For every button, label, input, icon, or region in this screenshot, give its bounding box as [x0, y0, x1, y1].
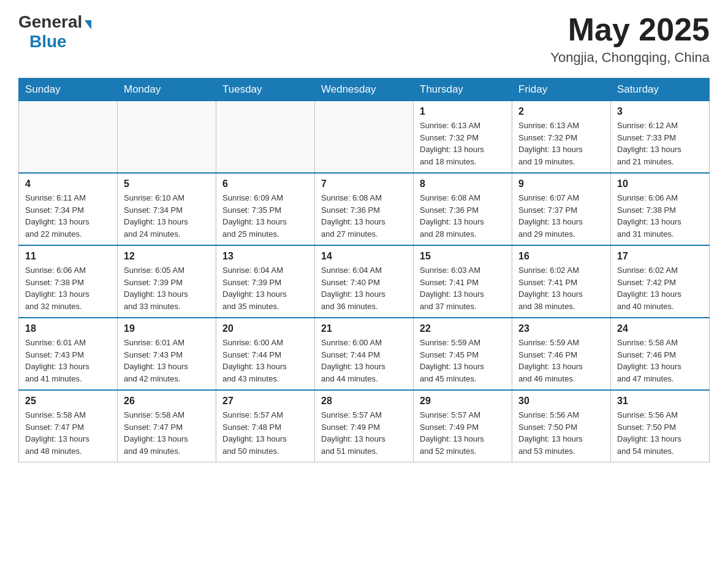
day-number: 5 [124, 178, 210, 190]
calendar-cell: 17Sunrise: 6:02 AMSunset: 7:42 PMDayligh… [611, 245, 710, 318]
day-number: 8 [420, 178, 506, 190]
calendar-cell: 11Sunrise: 6:06 AMSunset: 7:38 PMDayligh… [19, 245, 118, 318]
day-info: Sunrise: 5:58 AMSunset: 7:47 PMDaylight:… [25, 409, 111, 457]
day-info: Sunrise: 6:03 AMSunset: 7:41 PMDaylight:… [420, 264, 506, 312]
day-info: Sunrise: 6:11 AMSunset: 7:34 PMDaylight:… [25, 192, 111, 240]
day-number: 10 [617, 178, 703, 190]
day-number: 2 [518, 106, 604, 117]
month-title: May 2025 [550, 12, 710, 47]
day-info: Sunrise: 5:59 AMSunset: 7:46 PMDaylight:… [518, 337, 604, 385]
day-number: 6 [222, 178, 308, 190]
day-number: 12 [124, 251, 210, 262]
calendar-header-monday: Monday [118, 79, 216, 101]
calendar-header-sunday: Sunday [19, 79, 118, 101]
day-number: 20 [222, 323, 308, 334]
day-info: Sunrise: 6:01 AMSunset: 7:43 PMDaylight:… [25, 337, 111, 385]
day-number: 4 [25, 178, 111, 190]
day-info: Sunrise: 6:05 AMSunset: 7:39 PMDaylight:… [124, 264, 210, 312]
day-number: 18 [25, 323, 111, 334]
calendar-cell: 7Sunrise: 6:08 AMSunset: 7:36 PMDaylight… [315, 173, 414, 245]
day-info: Sunrise: 6:00 AMSunset: 7:44 PMDaylight:… [222, 337, 308, 385]
day-info: Sunrise: 6:01 AMSunset: 7:43 PMDaylight:… [124, 337, 210, 385]
day-info: Sunrise: 6:08 AMSunset: 7:36 PMDaylight:… [420, 192, 506, 240]
day-info: Sunrise: 5:56 AMSunset: 7:50 PMDaylight:… [617, 409, 703, 457]
calendar-cell: 18Sunrise: 6:01 AMSunset: 7:43 PMDayligh… [19, 318, 118, 390]
day-number: 1 [420, 106, 506, 117]
calendar-week-4: 18Sunrise: 6:01 AMSunset: 7:43 PMDayligh… [19, 318, 710, 390]
day-number: 24 [617, 323, 703, 334]
day-info: Sunrise: 6:08 AMSunset: 7:36 PMDaylight:… [321, 192, 407, 240]
day-number: 26 [124, 396, 210, 407]
day-number: 9 [518, 178, 604, 190]
day-info: Sunrise: 6:04 AMSunset: 7:39 PMDaylight:… [222, 264, 308, 312]
calendar-week-5: 25Sunrise: 5:58 AMSunset: 7:47 PMDayligh… [19, 390, 710, 462]
calendar-cell [315, 101, 414, 174]
calendar-cell: 22Sunrise: 5:59 AMSunset: 7:45 PMDayligh… [414, 318, 512, 390]
calendar-cell: 19Sunrise: 6:01 AMSunset: 7:43 PMDayligh… [118, 318, 216, 390]
day-info: Sunrise: 6:13 AMSunset: 7:32 PMDaylight:… [518, 120, 604, 167]
day-info: Sunrise: 6:02 AMSunset: 7:41 PMDaylight:… [518, 264, 604, 312]
calendar-cell: 23Sunrise: 5:59 AMSunset: 7:46 PMDayligh… [512, 318, 611, 390]
calendar-cell: 28Sunrise: 5:57 AMSunset: 7:49 PMDayligh… [315, 390, 414, 462]
calendar-cell [216, 101, 315, 174]
calendar-cell: 15Sunrise: 6:03 AMSunset: 7:41 PMDayligh… [414, 245, 512, 318]
calendar-header-friday: Friday [512, 79, 611, 101]
calendar-cell: 25Sunrise: 5:58 AMSunset: 7:47 PMDayligh… [19, 390, 118, 462]
calendar-header-thursday: Thursday [414, 79, 512, 101]
day-info: Sunrise: 6:04 AMSunset: 7:40 PMDaylight:… [321, 264, 407, 312]
day-number: 27 [222, 396, 308, 407]
day-number: 7 [321, 178, 407, 190]
title-area: May 2025 Yongjia, Chongqing, China [550, 12, 710, 66]
day-number: 15 [420, 251, 506, 262]
day-info: Sunrise: 6:13 AMSunset: 7:32 PMDaylight:… [420, 120, 506, 167]
day-info: Sunrise: 5:57 AMSunset: 7:49 PMDaylight:… [420, 409, 506, 457]
day-info: Sunrise: 6:00 AMSunset: 7:44 PMDaylight:… [321, 337, 407, 385]
calendar-cell: 26Sunrise: 5:58 AMSunset: 7:47 PMDayligh… [118, 390, 216, 462]
day-number: 13 [222, 251, 308, 262]
day-info: Sunrise: 6:06 AMSunset: 7:38 PMDaylight:… [617, 192, 703, 240]
day-info: Sunrise: 5:57 AMSunset: 7:49 PMDaylight:… [321, 409, 407, 457]
calendar-cell: 12Sunrise: 6:05 AMSunset: 7:39 PMDayligh… [118, 245, 216, 318]
calendar-cell: 30Sunrise: 5:56 AMSunset: 7:50 PMDayligh… [512, 390, 611, 462]
day-number: 16 [518, 251, 604, 262]
day-number: 31 [617, 396, 703, 407]
calendar-cell: 8Sunrise: 6:08 AMSunset: 7:36 PMDaylight… [414, 173, 512, 245]
location-title: Yongjia, Chongqing, China [550, 50, 710, 66]
day-info: Sunrise: 5:58 AMSunset: 7:46 PMDaylight:… [617, 337, 703, 385]
calendar-cell: 14Sunrise: 6:04 AMSunset: 7:40 PMDayligh… [315, 245, 414, 318]
calendar-cell: 13Sunrise: 6:04 AMSunset: 7:39 PMDayligh… [216, 245, 315, 318]
page-header: General Blue May 2025 Yongjia, Chongqing… [18, 12, 710, 66]
calendar-table: SundayMondayTuesdayWednesdayThursdayFrid… [18, 78, 710, 462]
logo: General Blue [18, 12, 91, 52]
calendar-cell [118, 101, 216, 174]
day-number: 3 [617, 106, 703, 117]
day-number: 30 [518, 396, 604, 407]
logo-general-text: General [18, 12, 82, 32]
calendar-cell: 4Sunrise: 6:11 AMSunset: 7:34 PMDaylight… [19, 173, 118, 245]
calendar-cell: 29Sunrise: 5:57 AMSunset: 7:49 PMDayligh… [414, 390, 512, 462]
calendar-cell [19, 101, 118, 174]
day-info: Sunrise: 6:09 AMSunset: 7:35 PMDaylight:… [222, 192, 308, 240]
day-number: 14 [321, 251, 407, 262]
calendar-header-wednesday: Wednesday [315, 79, 414, 101]
calendar-cell: 1Sunrise: 6:13 AMSunset: 7:32 PMDaylight… [414, 101, 512, 174]
calendar-cell: 3Sunrise: 6:12 AMSunset: 7:33 PMDaylight… [611, 101, 710, 174]
day-number: 17 [617, 251, 703, 262]
day-info: Sunrise: 6:02 AMSunset: 7:42 PMDaylight:… [617, 264, 703, 312]
day-info: Sunrise: 5:56 AMSunset: 7:50 PMDaylight:… [518, 409, 604, 457]
calendar-cell: 5Sunrise: 6:10 AMSunset: 7:34 PMDaylight… [118, 173, 216, 245]
calendar-cell: 24Sunrise: 5:58 AMSunset: 7:46 PMDayligh… [611, 318, 710, 390]
calendar-cell: 2Sunrise: 6:13 AMSunset: 7:32 PMDaylight… [512, 101, 611, 174]
day-info: Sunrise: 5:57 AMSunset: 7:48 PMDaylight:… [222, 409, 308, 457]
calendar-cell: 21Sunrise: 6:00 AMSunset: 7:44 PMDayligh… [315, 318, 414, 390]
day-number: 21 [321, 323, 407, 334]
calendar-cell: 6Sunrise: 6:09 AMSunset: 7:35 PMDaylight… [216, 173, 315, 245]
calendar-cell: 10Sunrise: 6:06 AMSunset: 7:38 PMDayligh… [611, 173, 710, 245]
logo-blue-text: Blue [29, 32, 67, 52]
day-number: 28 [321, 396, 407, 407]
day-info: Sunrise: 5:59 AMSunset: 7:45 PMDaylight:… [420, 337, 506, 385]
day-info: Sunrise: 6:10 AMSunset: 7:34 PMDaylight:… [124, 192, 210, 240]
calendar-week-1: 1Sunrise: 6:13 AMSunset: 7:32 PMDaylight… [19, 101, 710, 174]
day-number: 11 [25, 251, 111, 262]
calendar-cell: 9Sunrise: 6:07 AMSunset: 7:37 PMDaylight… [512, 173, 611, 245]
